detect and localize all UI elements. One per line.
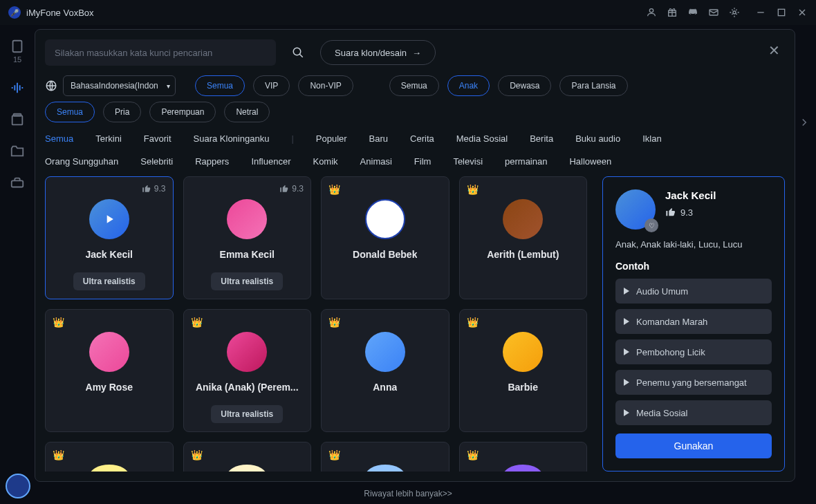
category-item[interactable]: Rappers: [195, 156, 229, 167]
voice-avatar: [365, 465, 405, 472]
category-item[interactable]: Berita: [530, 133, 553, 144]
voice-avatar: [503, 465, 543, 472]
category-item[interactable]: Orang Sungguhan: [45, 156, 118, 167]
history-link[interactable]: Riwayat lebih banyak>>: [364, 489, 452, 498]
language-select[interactable]: BahasaIndonesia(Indon: [63, 75, 176, 96]
discord-icon[interactable]: [687, 7, 698, 18]
vip-filter-group: SemuaVIPNon-VIP: [195, 75, 358, 96]
sample-item[interactable]: Pembohong Licik: [615, 339, 772, 364]
voice-avatar: [365, 199, 405, 239]
voice-card[interactable]: 👑: [183, 442, 312, 472]
voice-avatar: [227, 465, 267, 472]
sample-item[interactable]: Penemu yang bersemangat: [615, 370, 772, 395]
category-item[interactable]: Buku audio: [575, 133, 620, 144]
close-icon[interactable]: [797, 7, 808, 18]
category-item[interactable]: Terkini: [95, 133, 122, 144]
gift-icon[interactable]: [667, 7, 678, 18]
sample-item[interactable]: Komandan Marah: [615, 309, 772, 334]
filter-pill[interactable]: Anak: [447, 75, 490, 96]
voice-avatar: [89, 332, 129, 372]
sample-item[interactable]: Audio Umum: [615, 279, 772, 304]
filter-pill[interactable]: Semua: [389, 75, 439, 96]
search-box: [45, 39, 276, 66]
expand-right-icon[interactable]: [798, 116, 810, 129]
mail-icon[interactable]: [708, 7, 719, 18]
app-title: iMyFone VoxBox: [26, 8, 94, 18]
sidebar-library-icon[interactable]: [10, 112, 25, 127]
app-logo-icon: 🎤: [8, 6, 21, 19]
voice-avatar: [503, 199, 543, 239]
filter-pill[interactable]: Non-VIP: [298, 75, 353, 96]
voice-card[interactable]: 👑: [321, 442, 449, 472]
voice-card[interactable]: 👑Anika (Anak) (Perem...Ultra realistis: [183, 309, 312, 432]
crown-icon: 👑: [53, 317, 64, 328]
filter-row: BahasaIndonesia(Indon SemuaVIPNon-VIP Se…: [35, 75, 795, 131]
category-item[interactable]: Media Sosial: [456, 133, 508, 144]
sidebar-voice-icon[interactable]: [10, 80, 25, 95]
modal-header: Suara klon/desain → ✕: [35, 30, 795, 75]
search-input[interactable]: [55, 48, 266, 58]
detail-avatar: ♡: [615, 189, 656, 230]
sidebar-doc[interactable]: 15: [10, 39, 25, 64]
sidebar-folder-icon[interactable]: [10, 144, 25, 159]
minimize-icon[interactable]: [755, 7, 766, 18]
gear-icon[interactable]: [729, 7, 740, 18]
voice-name: Anna: [373, 382, 397, 393]
filter-pill[interactable]: VIP: [253, 75, 290, 96]
category-item[interactable]: Selebriti: [140, 156, 173, 167]
filter-pill[interactable]: Dewasa: [498, 75, 551, 96]
use-voice-button[interactable]: Gunakan: [615, 433, 772, 458]
voice-avatar: [365, 332, 405, 372]
filter-pill[interactable]: Para Lansia: [559, 75, 627, 96]
category-item[interactable]: permainan: [505, 156, 547, 167]
category-item[interactable]: Iklan: [642, 133, 661, 144]
sidebar-tools-icon[interactable]: [10, 176, 25, 191]
category-item[interactable]: Suara Kloninganku: [194, 133, 270, 144]
voice-name: Donald Bebek: [353, 249, 417, 260]
category-item[interactable]: Komik: [313, 156, 337, 167]
user-icon[interactable]: [646, 7, 657, 18]
voice-name: Jack Kecil: [86, 249, 133, 260]
clone-voice-button[interactable]: Suara klon/desain →: [320, 40, 436, 65]
voice-name: Anika (Anak) (Perem...: [196, 382, 299, 393]
voice-card[interactable]: 9.3Emma KecilUltra realistis: [183, 176, 312, 299]
category-item[interactable]: Influencer: [251, 156, 290, 167]
category-item[interactable]: Animasi: [360, 156, 392, 167]
favorite-heart-icon[interactable]: ♡: [645, 218, 658, 232]
voice-card[interactable]: 👑Barbie: [459, 309, 588, 432]
voice-card[interactable]: 👑: [45, 442, 174, 472]
search-button[interactable]: [286, 40, 310, 65]
category-item[interactable]: Populer: [316, 133, 347, 144]
voice-card[interactable]: 👑Donald Bebek: [321, 176, 449, 299]
voice-card[interactable]: 👑Amy Rose: [45, 309, 174, 432]
play-icon[interactable]: [89, 199, 129, 239]
filter-pill[interactable]: Semua: [195, 75, 245, 96]
assistant-bubble-icon[interactable]: [6, 474, 30, 498]
sample-item[interactable]: Media Sosial: [615, 400, 772, 425]
category-item[interactable]: Televisi: [453, 156, 483, 167]
filter-pill[interactable]: Perempuan: [149, 102, 216, 122]
filter-pill[interactable]: Netral: [224, 102, 270, 122]
filter-pill[interactable]: Pria: [103, 102, 141, 122]
voice-card[interactable]: 👑Anna: [321, 309, 449, 432]
titlebar-left: 🎤 iMyFone VoxBox: [8, 6, 94, 19]
maximize-icon[interactable]: [776, 7, 787, 18]
category-item[interactable]: Halloween: [569, 156, 611, 167]
voice-card[interactable]: 9.3Jack KecilUltra realistis: [45, 176, 174, 299]
category-item[interactable]: Cerita: [410, 133, 434, 144]
category-row: SemuaTerkiniFavoritSuara Kloninganku | P…: [35, 131, 795, 153]
category-item[interactable]: Baru: [369, 133, 388, 144]
voice-name: Emma Kecil: [220, 249, 275, 260]
voice-card[interactable]: 👑: [459, 442, 588, 472]
window-controls: [755, 7, 808, 18]
close-modal-icon[interactable]: ✕: [768, 42, 781, 55]
category-item[interactable]: Film: [414, 156, 432, 167]
filter-pill[interactable]: Semua: [45, 102, 95, 122]
voice-card[interactable]: 👑Aerith (Lembut): [459, 176, 588, 299]
category-item[interactable]: Favorit: [144, 133, 171, 144]
detail-header: ♡ Jack Kecil 9.3: [615, 189, 772, 230]
left-sidebar: 15: [0, 25, 35, 504]
voice-name: Aerith (Lembut): [487, 249, 559, 260]
category-item[interactable]: Semua: [45, 133, 73, 144]
voice-picker-modal: Suara klon/desain → ✕ BahasaIndonesia(In…: [35, 29, 795, 482]
